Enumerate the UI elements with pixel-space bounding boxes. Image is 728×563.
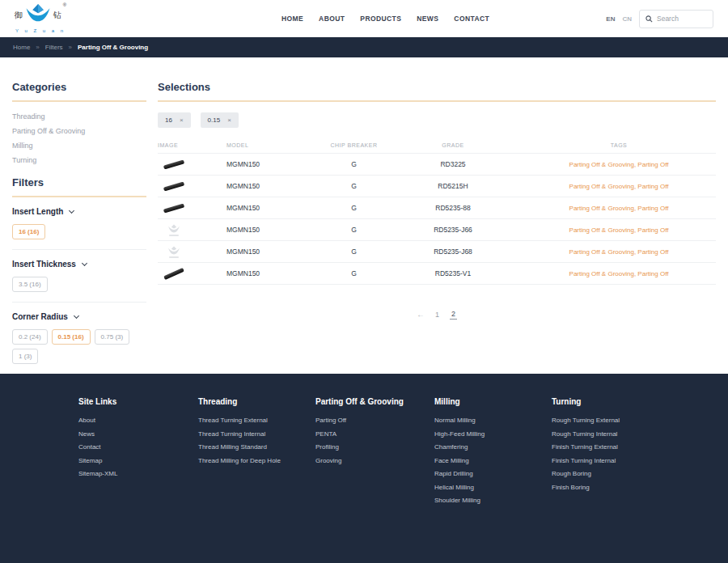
footer-link[interactable]: Finish Boring	[552, 484, 671, 491]
tag-link[interactable]: Parting Off	[637, 226, 668, 234]
placeholder-logo-image	[158, 242, 190, 261]
footer-link[interactable]: Rough Boring	[552, 470, 671, 477]
category-turning[interactable]: Turning	[12, 156, 146, 164]
footer-link-sitemap-xml[interactable]: Sitemap-XML	[78, 470, 198, 477]
product-image	[158, 198, 190, 218]
nav-contact[interactable]: CONTACT	[454, 15, 489, 23]
tag-link[interactable]: Parting Off	[637, 183, 668, 190]
filter-group-label: Insert Length	[12, 207, 63, 216]
tag-link[interactable]: Parting Off	[637, 270, 668, 277]
footer-link[interactable]: Normal Milling	[434, 417, 552, 424]
col-header-image: IMAGE	[158, 142, 226, 148]
category-threading[interactable]: Threading	[12, 112, 146, 121]
footer-link-news[interactable]: News	[78, 430, 198, 438]
table-row[interactable]: MGMN150 G RD5235-J68 Parting Off & Groov…	[158, 241, 716, 263]
nav-news[interactable]: NEWS	[417, 15, 438, 23]
grade-cell: RD5235-J66	[384, 226, 522, 234]
footer-link-about[interactable]: About	[78, 417, 198, 424]
main-nav: HOME ABOUT PRODUCTS NEWS CONTACT	[281, 0, 489, 37]
footer-link-sitemap[interactable]: Sitemap	[78, 457, 198, 464]
breadcrumb-home[interactable]: Home	[13, 44, 30, 51]
footer-link[interactable]: PENTA	[315, 430, 434, 438]
footer-link[interactable]: Shoulder Milling	[434, 497, 552, 504]
pagination-prev-icon[interactable]: ←	[417, 310, 425, 319]
footer-link[interactable]: Face Milling	[434, 457, 552, 464]
footer-link[interactable]: Grooving	[315, 457, 434, 464]
tag-link[interactable]: Parting Off	[637, 205, 668, 212]
filter-option-16[interactable]: 16 (16)	[12, 224, 45, 239]
footer-link[interactable]: Rapid Drilling	[434, 470, 552, 477]
tag-link[interactable]: Parting Off	[637, 161, 668, 168]
footer-link[interactable]: Thread Turning External	[198, 417, 315, 424]
filter-group-insert-thickness-toggle[interactable]: Insert Thickness	[12, 260, 146, 269]
model-cell: MGMN150	[226, 182, 324, 190]
table-row[interactable]: MGMN150 G RD5215H Parting Off & Grooving…	[158, 176, 716, 197]
table-row[interactable]: MGMN150 G RD5235-J66 Parting Off & Groov…	[158, 219, 716, 241]
search-input[interactable]	[657, 15, 705, 23]
selected-filter-chips: 16 × 0.15 ×	[158, 112, 716, 128]
brand-name-en: Y u Z u a n	[15, 28, 66, 33]
categories-title: Categories	[12, 81, 146, 102]
filter-option-0-15[interactable]: 0.15 (16)	[52, 329, 91, 345]
tag-link[interactable]: Parting Off & Grooving	[569, 205, 634, 212]
filter-group-insert-length-toggle[interactable]: Insert Length	[12, 207, 146, 216]
filter-option-3-5[interactable]: 3.5 (16)	[12, 277, 48, 292]
lang-switch-cn[interactable]: CN	[622, 15, 632, 23]
filter-option-1[interactable]: 1 (3)	[12, 349, 38, 364]
brand-logo[interactable]: 御 钻 ® Y u Z u a n	[11, 3, 70, 33]
registered-mark: ®	[63, 2, 66, 7]
breadcrumb-filters[interactable]: Filters	[45, 44, 63, 51]
footer-link[interactable]: Rough Turning Internal	[552, 430, 671, 438]
footer-col-site-links: Site Links About News Contact Sitemap Si…	[78, 397, 198, 563]
footer-link[interactable]: Rough Turning External	[552, 417, 671, 424]
remove-chip-icon[interactable]: ×	[227, 116, 231, 124]
footer-col-parting-off-grooving: Parting Off & Grooving Parting Off PENTA…	[315, 397, 434, 563]
lang-switch-en[interactable]: EN	[606, 15, 615, 23]
category-milling[interactable]: Milling	[12, 142, 146, 150]
tag-link[interactable]: Parting Off & Grooving	[569, 226, 634, 234]
footer-link[interactable]: Finish Turning External	[552, 443, 671, 451]
filter-group-corner-radius-toggle[interactable]: Corner Radius	[12, 312, 146, 321]
footer-link[interactable]: Parting Off	[315, 417, 434, 424]
table-row[interactable]: MGMN150 G RD5235-V1 Parting Off & Groovi…	[158, 263, 716, 285]
footer-link[interactable]: Profiling	[315, 443, 434, 451]
table-row[interactable]: MGMN150 G RD3225 Parting Off & Grooving,…	[158, 154, 716, 176]
header: 御 钻 ® Y u Z u a n HOME ABOUT PRODUCTS NE…	[0, 0, 728, 37]
footer-link[interactable]: Chamfering	[434, 443, 552, 451]
tag-link[interactable]: Parting Off & Grooving	[569, 248, 634, 256]
footer-link[interactable]: Helical Milling	[434, 484, 552, 491]
chevron-down-icon	[74, 313, 79, 319]
grade-cell: RD5235-J68	[384, 248, 522, 256]
filter-option-0-2[interactable]: 0.2 (24)	[12, 329, 48, 345]
search-icon	[645, 11, 653, 26]
footer-link[interactable]: Thread Turning Internal	[198, 430, 315, 438]
tag-link[interactable]: Parting Off	[637, 248, 668, 256]
nav-about[interactable]: ABOUT	[319, 15, 345, 23]
results-panel: Selections 16 × 0.15 × IMAGE MODEL CHIP …	[158, 81, 716, 320]
col-header-model: MODEL	[226, 142, 324, 148]
footer-link[interactable]: Finish Turning Internal	[552, 457, 671, 464]
nav-products[interactable]: PRODUCTS	[360, 15, 401, 23]
pagination-page-1[interactable]: 1	[434, 310, 441, 320]
pagination-page-2[interactable]: 2	[450, 309, 457, 320]
nav-home[interactable]: HOME	[281, 15, 303, 23]
breadcrumb-current: Parting Off & Grooving	[78, 44, 148, 51]
footer-link[interactable]: High-Feed Milling	[434, 430, 552, 438]
remove-chip-icon[interactable]: ×	[180, 116, 184, 124]
tag-link[interactable]: Parting Off & Grooving	[569, 161, 634, 168]
tag-link[interactable]: Parting Off & Grooving	[569, 183, 634, 190]
filter-option-0-75[interactable]: 0.75 (3)	[95, 329, 130, 345]
search-box[interactable]	[639, 10, 713, 28]
footer-link-contact[interactable]: Contact	[78, 443, 198, 451]
table-row[interactable]: MGMN150 G RD5235-88 Parting Off & Groovi…	[158, 197, 716, 219]
footer-col-title: Site Links	[78, 397, 198, 406]
model-cell: MGMN150	[226, 204, 324, 212]
filter-group-insert-length: Insert Length 16 (16)	[12, 197, 146, 250]
product-image	[158, 155, 190, 174]
footer-link[interactable]: Thread Milling for Deep Hole	[198, 457, 315, 464]
tags-cell: Parting Off & Grooving, Parting Off	[522, 204, 716, 212]
category-parting-off-grooving[interactable]: Parting Off & Grooving	[12, 127, 146, 135]
footer-link[interactable]: Thread Milling Standard	[198, 443, 315, 451]
tag-link[interactable]: Parting Off & Grooving	[569, 270, 634, 277]
tags-cell: Parting Off & Grooving, Parting Off	[522, 182, 716, 190]
